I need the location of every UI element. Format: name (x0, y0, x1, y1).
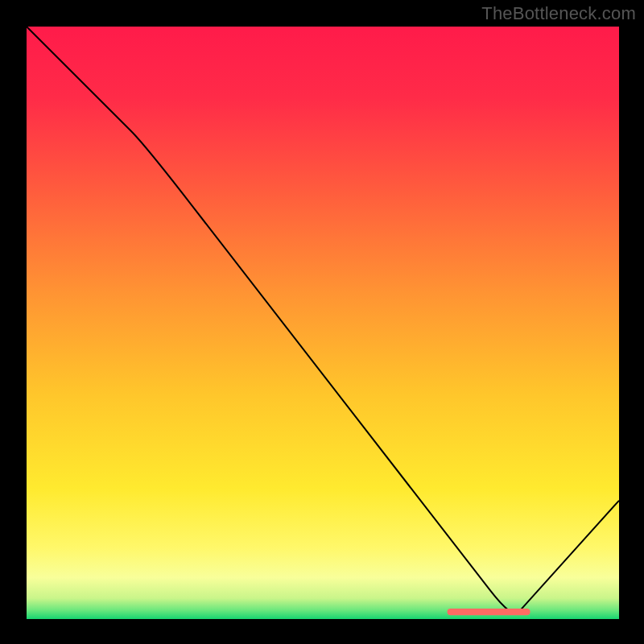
chart-frame: TheBottleneck.com (0, 0, 644, 644)
chart-svg (27, 27, 619, 619)
plot-area (27, 27, 619, 619)
optimal-marker (448, 609, 530, 615)
watermark-text: TheBottleneck.com (481, 3, 636, 24)
